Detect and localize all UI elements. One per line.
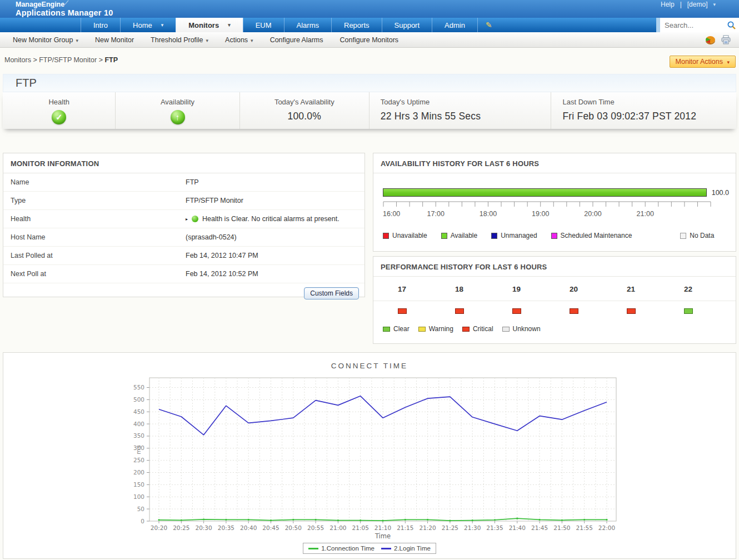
legend-swatch: [418, 327, 426, 332]
monitor-info-row: Last Polled atFeb 14, 2012 10:47 PM: [3, 247, 364, 265]
svg-text:350: 350: [133, 432, 144, 439]
svg-text:550: 550: [133, 384, 144, 391]
chart-legend-line-icon: [308, 548, 318, 549]
availability-bar: [383, 188, 707, 197]
info-value-text: (sprasadh-0524): [186, 233, 237, 241]
tab-label: Support: [395, 21, 420, 29]
info-label: Next Poll at: [3, 270, 186, 278]
svg-text:ms: ms: [135, 444, 142, 454]
perf-status-critical-icon[interactable]: [627, 308, 636, 314]
connect-time-plot: 05010015020025030035040045050055020:2020…: [3, 372, 736, 540]
svg-text:50: 50: [137, 506, 144, 512]
info-value-text: Health is Clear. No critical alarms at p…: [202, 215, 339, 223]
monitor-information-title: MONITOR INFORMATION: [3, 153, 364, 173]
tab-alarms[interactable]: Alarms: [284, 18, 331, 32]
legend-unavailable: Unavailable: [383, 232, 427, 239]
tab-label: Admin: [445, 21, 465, 29]
subnav-items: New Monitor Group▾New MonitorThreshold P…: [4, 36, 407, 44]
tab-intro[interactable]: Intro: [81, 18, 120, 32]
availability-legend: UnavailableAvailableUnmanagedScheduled M…: [383, 232, 736, 239]
breadcrumb-separator: >: [31, 56, 39, 64]
svg-text:21:20: 21:20: [419, 524, 436, 531]
legend-swatch: [462, 327, 470, 332]
monitor-actions-arrow-icon: ▾: [727, 59, 730, 65]
perf-status-cell: [602, 308, 660, 314]
search-icon[interactable]: [727, 21, 736, 30]
tab-admin[interactable]: Admin: [432, 18, 478, 32]
legend-label: No Data: [690, 232, 714, 239]
info-value: FTP/SFTP Monitor: [186, 197, 243, 204]
perf-status-clear-icon[interactable]: [684, 308, 693, 314]
legend-label: Unavailable: [392, 232, 427, 239]
perf-hour-label: 17: [373, 285, 431, 293]
edit-icon[interactable]: ✎: [478, 18, 500, 32]
chart-legend--login-time: 2.Login Time: [381, 545, 431, 552]
breadcrumb: Monitors > FTP/SFTP Monitor > FTP Monito…: [4, 56, 739, 68]
svg-text:200: 200: [133, 469, 144, 476]
help-link[interactable]: Help: [661, 1, 675, 8]
info-value: Feb 14, 2012 10:47 PM: [186, 252, 258, 259]
breadcrumb-link[interactable]: FTP/SFTP Monitor: [39, 56, 97, 64]
brand-stroke-icon: ⟋: [64, 0, 68, 6]
search-input[interactable]: [665, 21, 727, 29]
brand-name: ManageEngine: [16, 1, 64, 8]
legend-swatch: [680, 233, 686, 239]
tab-home[interactable]: Home▾: [120, 18, 176, 32]
legend-swatch: [383, 327, 390, 332]
svg-text:20:25: 20:25: [173, 524, 189, 531]
perf-status-cell: [488, 308, 545, 314]
perf-status-critical-icon[interactable]: [398, 308, 407, 314]
breadcrumb-link[interactable]: Monitors: [4, 56, 31, 64]
legend-unknown: Unknown: [502, 325, 541, 333]
topbar-divider: |: [680, 1, 682, 8]
tab-label: Home: [133, 21, 152, 29]
sub-nav: New Monitor Group▾New MonitorThreshold P…: [0, 32, 739, 48]
svg-text:400: 400: [133, 421, 144, 427]
performance-hours-row: 171819202122: [373, 285, 736, 301]
subnav-actions[interactable]: Actions▾: [217, 36, 262, 44]
tab-label: Monitors: [188, 21, 219, 29]
subnav-new-monitor-group[interactable]: New Monitor Group▾: [4, 36, 87, 44]
product-name: Applications Manager 10: [16, 8, 113, 18]
info-value: (sprasadh-0524): [186, 233, 237, 241]
tab-label: Intro: [93, 21, 108, 29]
status-label: Availability: [116, 98, 239, 106]
user-menu-arrow-icon[interactable]: ▾: [713, 2, 716, 7]
tab-eum[interactable]: EUM: [243, 18, 284, 32]
perf-status-critical-icon[interactable]: [512, 308, 521, 314]
monitor-actions-button[interactable]: Monitor Actions ▾: [670, 56, 736, 68]
tab-monitors[interactable]: Monitors▾: [176, 18, 242, 32]
availability-history-panel: AVAILABILITY HISTORY FOR LAST 6 HOURS 10…: [373, 153, 736, 252]
subnav-threshold-profile[interactable]: Threshold Profile▾: [142, 36, 217, 44]
legend-warning: Warning: [418, 325, 453, 333]
info-value: FTP: [186, 178, 199, 186]
custom-fields-button[interactable]: Custom Fields: [304, 287, 359, 299]
tab-support[interactable]: Support: [382, 18, 432, 32]
subnav-new-monitor[interactable]: New Monitor: [87, 36, 142, 44]
reports-pie-icon[interactable]: [706, 36, 715, 43]
page-title: FTP: [3, 74, 736, 92]
info-label: Type: [3, 197, 186, 204]
tab-dropdown-arrow-icon[interactable]: ▾: [161, 22, 164, 28]
svg-text:100: 100: [133, 493, 144, 500]
expand-arrow-icon[interactable]: ▸: [186, 217, 188, 222]
breadcrumb-separator: >: [97, 56, 104, 64]
perf-status-cell: [373, 308, 431, 314]
subnav-configure-alarms[interactable]: Configure Alarms: [262, 36, 332, 44]
status-label: Health: [3, 98, 115, 106]
status-strip: Health✓Availability↑Today's Availability…: [3, 92, 736, 129]
svg-text:21:00: 21:00: [637, 210, 654, 218]
svg-text:19:00: 19:00: [532, 210, 549, 218]
perf-status-critical-icon[interactable]: [455, 308, 464, 314]
legend-label: Unknown: [513, 325, 541, 333]
user-menu[interactable]: [demo]: [687, 1, 708, 8]
print-icon[interactable]: [721, 35, 731, 44]
tab-reports[interactable]: Reports: [331, 18, 382, 32]
tab-dropdown-arrow-icon[interactable]: ▾: [228, 22, 231, 28]
monitor-info-row: Host Name(sprasadh-0524): [3, 228, 364, 247]
info-value-text: Feb 14, 2012 10:52 PM: [186, 270, 258, 278]
perf-status-critical-icon[interactable]: [570, 308, 578, 314]
subnav-configure-monitors[interactable]: Configure Monitors: [332, 36, 407, 44]
legend-label: Clear: [393, 325, 410, 333]
chart-legend: 1.Connection Time2.Login Time: [3, 543, 736, 554]
